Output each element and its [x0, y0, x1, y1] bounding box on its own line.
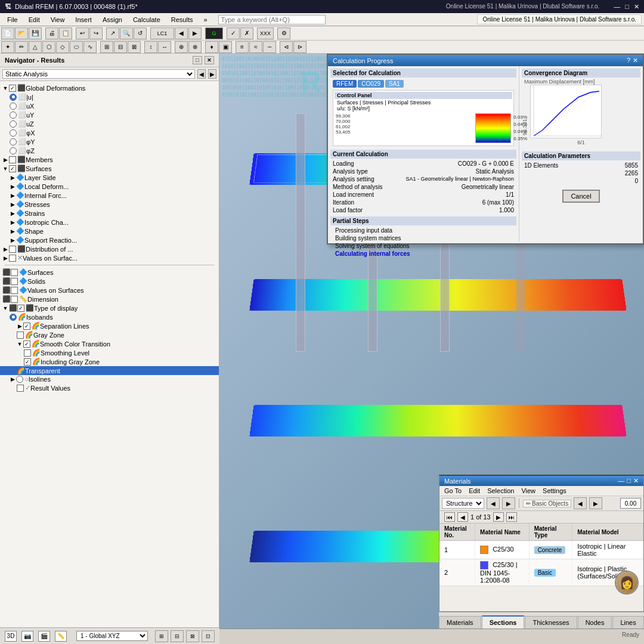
tb-rotate[interactable]: ↺ — [134, 27, 147, 39]
nav-uz[interactable]: ⬜ uZ — [0, 119, 219, 128]
tb-d7[interactable]: ∿ — [83, 41, 97, 53]
tb-d16[interactable]: ▣ — [219, 41, 232, 53]
tb-d8[interactable]: ⊞ — [100, 41, 113, 53]
tab-materials[interactable]: Materials — [439, 616, 481, 628]
nav-radio-isolines[interactable] — [16, 376, 23, 383]
tab-nodes[interactable]: Nodes — [578, 616, 612, 628]
nav-separation-lines[interactable]: ▶ 🌈 Separation Lines — [0, 321, 219, 330]
mat-nav-next[interactable]: ▶ — [502, 497, 515, 509]
mat-row-3[interactable]: 3 S235 Steel Isotropic | Linear El... — [439, 586, 643, 589]
tb-save[interactable]: 💾 — [29, 27, 42, 39]
nav-type-display[interactable]: ▼ ⬛ ⬛ Type of display — [0, 304, 219, 312]
nav-cb-result-val[interactable] — [17, 385, 24, 392]
nav-cb-smooth[interactable] — [23, 340, 30, 348]
tb-gear[interactable]: ⚙ — [277, 27, 290, 39]
mat-row-2[interactable]: 2 C25/30 | DIN 1045-1:2008-08 Basic Isot… — [439, 559, 643, 586]
nav-internal-forces[interactable]: ▶ 🔷 Internal Forc... — [0, 191, 219, 200]
tb-d19[interactable]: ∼ — [263, 41, 276, 53]
mat-close-icon[interactable]: ✕ — [633, 477, 639, 485]
nav-cb-dim[interactable] — [11, 296, 18, 303]
nav-smoothing-level[interactable]: 🌈 Smoothing Level — [0, 348, 219, 357]
nav-distribution[interactable]: ▶ ⬛ Distribution of ... — [0, 244, 219, 253]
tb-d1[interactable]: ✦ — [1, 41, 14, 53]
nav-icon-2[interactable]: ⊟ — [171, 630, 184, 642]
nav-cb-gray-zone[interactable] — [17, 332, 24, 339]
nav-cb-sep-lines[interactable] — [23, 323, 30, 330]
mat-menu-view[interactable]: View — [521, 487, 535, 494]
nav-cb-vos[interactable] — [11, 287, 18, 294]
view-cam[interactable]: 📷 — [21, 631, 33, 642]
nav-smooth-color[interactable]: ▼ 🌈 Smooth Color Transition — [0, 339, 219, 348]
nav-prev[interactable]: ◀ — [197, 69, 206, 79]
nav-ux[interactable]: ⬜ uX — [0, 101, 219, 110]
window-minimize[interactable]: — — [614, 3, 620, 11]
tb-d6[interactable]: ⬭ — [70, 41, 83, 53]
tb-d12[interactable]: ↔ — [158, 41, 171, 53]
nav-isotropic[interactable]: ▶ 🔷 Isotropic Cha... — [0, 218, 219, 227]
tb-d9[interactable]: ⊟ — [114, 41, 127, 53]
search-input[interactable] — [218, 15, 326, 24]
nav-phiy[interactable]: ⬜ φY — [0, 137, 219, 146]
nav-icon-1[interactable]: ⊞ — [155, 630, 168, 642]
nav-icon-3[interactable]: ⊠ — [186, 630, 199, 642]
tb-d4[interactable]: ⬡ — [42, 41, 55, 53]
nav-cb-distribution[interactable] — [9, 246, 16, 253]
tab-thicknesses[interactable]: Thicknesses — [525, 616, 577, 628]
nav-u-abs[interactable]: ⬜ |u| — [0, 92, 219, 101]
nav-cb-surfaces-2[interactable] — [11, 269, 18, 276]
nav-solids[interactable]: ⬛ 🔷 Solids — [0, 277, 219, 286]
nav-result-values[interactable]: ✓ Result Values — [0, 383, 219, 392]
tb-print2[interactable]: 📋 — [59, 27, 72, 39]
tb-d3[interactable]: △ — [29, 41, 42, 53]
nav-cb-surfaces[interactable] — [9, 165, 16, 172]
tb-select[interactable]: ↗ — [106, 27, 119, 39]
mat-minimize[interactable]: — — [618, 477, 624, 485]
view-3d[interactable]: 3D — [5, 631, 17, 642]
bo-next[interactable]: ▶ — [589, 497, 602, 509]
menu-assign[interactable]: Assign — [98, 15, 127, 24]
tb-undo[interactable]: ↩ — [76, 27, 89, 39]
nav-cb-values[interactable] — [9, 255, 16, 262]
nav-cb-incl-gray[interactable] — [24, 358, 31, 366]
nav-transparent[interactable]: 🌈 Transparent — [0, 366, 219, 375]
tb-d5[interactable]: ◇ — [56, 41, 69, 53]
menu-calculate[interactable]: Calculate — [128, 15, 165, 24]
nav-cb-smoothing[interactable] — [24, 349, 31, 357]
nav-icon-4[interactable]: ⊡ — [202, 630, 215, 642]
nav-phiz[interactable]: ⬜ φZ — [0, 146, 219, 155]
tb-d20[interactable]: ⊲ — [280, 41, 293, 53]
menu-more[interactable]: » — [199, 15, 212, 24]
nav-surfaces-2[interactable]: ⬛ 🔷 Surfaces — [0, 268, 219, 277]
tb-xxx[interactable]: XXX — [257, 27, 274, 39]
mat-nav-prev[interactable]: ◀ — [487, 497, 500, 509]
nav-global-deformations[interactable]: ▼ ⬛ Global Deformations — [0, 83, 219, 92]
structure-dropdown[interactable]: Structure — [442, 498, 484, 509]
nav-radio-phix[interactable] — [10, 129, 17, 137]
pg-last[interactable]: ⏭ — [506, 512, 517, 522]
lc-selector[interactable]: 1 - Global XYZ — [76, 631, 148, 641]
nav-next[interactable]: ▶ — [208, 69, 216, 79]
nav-isobands[interactable]: 🌈 Isobands — [0, 312, 219, 321]
tb-check[interactable]: ✓ — [227, 27, 240, 39]
nav-strains[interactable]: ▶ 🔷 Strains — [0, 209, 219, 218]
menu-view[interactable]: View — [46, 15, 70, 24]
menu-insert[interactable]: Insert — [70, 15, 97, 24]
nav-radio-u-abs[interactable] — [10, 94, 17, 101]
tb-print[interactable]: 🖨 — [45, 27, 58, 39]
tb-d2[interactable]: ✏ — [15, 41, 28, 53]
tb-d15[interactable]: ♦ — [205, 41, 218, 53]
nav-cb-type[interactable] — [17, 305, 24, 312]
nav-radio-phiz[interactable] — [10, 147, 17, 154]
nav-cb-solids[interactable] — [11, 278, 18, 285]
tb-lc[interactable]: LC1 — [150, 27, 174, 39]
mat-row-1[interactable]: 1 C25/30 Concrete Isotropic | Linear Ela… — [439, 541, 643, 559]
nav-phix[interactable]: ⬜ φX — [0, 128, 219, 137]
nav-dimension[interactable]: ⬛ 📏 Dimension — [0, 295, 219, 304]
tb-zoom[interactable]: 🔍 — [120, 27, 133, 39]
nav-layer-side[interactable]: ▶ 🔷 Layer Side — [0, 173, 219, 182]
nav-shape[interactable]: ▶ 🔷 Shape — [0, 227, 219, 236]
nav-support-reaction[interactable]: ▶ 🔷 Support Reactio... — [0, 236, 219, 244]
tb-render[interactable]: G — [205, 27, 223, 39]
menu-edit[interactable]: Edit — [24, 15, 45, 24]
tab-sections[interactable]: Sections — [482, 615, 525, 628]
